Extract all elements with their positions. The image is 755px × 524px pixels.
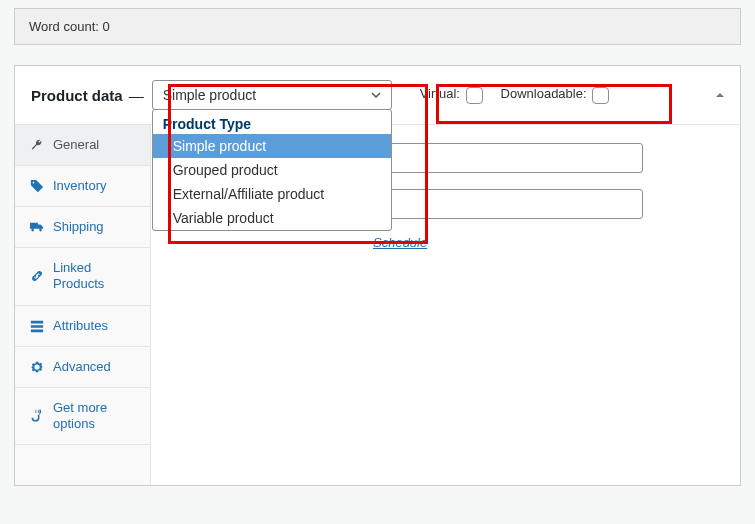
product-type-select[interactable]: Simple product Product Type Simple produ… xyxy=(152,80,392,110)
wrench-icon xyxy=(29,137,45,153)
link-icon xyxy=(29,268,45,284)
tab-label: Get more options xyxy=(53,400,140,433)
option-simple-product[interactable]: Simple product xyxy=(153,134,391,158)
regular-price-input[interactable] xyxy=(373,143,643,173)
list-icon xyxy=(29,318,45,334)
downloadable-group: Downloadable: xyxy=(501,86,610,103)
panel-title: Product data xyxy=(31,87,123,104)
tab-attributes[interactable]: Attributes xyxy=(15,306,150,347)
product-type-selected-value: Simple product xyxy=(163,87,256,103)
product-flags: Virtual: Downloadable: xyxy=(420,86,610,103)
schedule-link[interactable]: Schedule xyxy=(373,235,427,250)
chevron-down-icon xyxy=(370,89,382,101)
plug-icon xyxy=(29,408,45,424)
tab-label: Inventory xyxy=(53,178,106,194)
tab-get-more-options[interactable]: Get more options xyxy=(15,388,150,446)
tag-icon xyxy=(29,178,45,194)
virtual-group: Virtual: xyxy=(420,86,483,103)
tab-linked-products[interactable]: Linked Products xyxy=(15,248,150,306)
panel-collapse-toggle[interactable] xyxy=(714,89,726,101)
truck-icon xyxy=(29,219,45,235)
dropdown-heading: Product Type xyxy=(153,110,391,134)
tab-label: Shipping xyxy=(53,219,104,235)
tab-label: Linked Products xyxy=(53,260,140,293)
tab-shipping[interactable]: Shipping xyxy=(15,207,150,248)
tab-general[interactable]: General xyxy=(15,125,150,166)
tab-inventory[interactable]: Inventory xyxy=(15,166,150,207)
word-count-bar: Word count: 0 xyxy=(14,8,741,45)
panel-header: Product data — Simple product Product Ty… xyxy=(15,66,740,125)
dash-separator: — xyxy=(129,87,144,104)
option-external-affiliate-product[interactable]: External/Affiliate product xyxy=(153,182,391,206)
option-variable-product[interactable]: Variable product xyxy=(153,206,391,230)
virtual-label: Virtual: xyxy=(420,86,460,101)
product-data-panel: Product data — Simple product Product Ty… xyxy=(14,65,741,486)
downloadable-checkbox[interactable] xyxy=(592,87,609,104)
sale-price-input[interactable] xyxy=(373,189,643,219)
virtual-checkbox[interactable] xyxy=(466,87,483,104)
word-count-label: Word count: 0 xyxy=(29,19,110,34)
tab-advanced[interactable]: Advanced xyxy=(15,347,150,388)
tab-label: Attributes xyxy=(53,318,108,334)
product-type-dropdown: Product Type Simple product Grouped prod… xyxy=(152,109,392,231)
option-grouped-product[interactable]: Grouped product xyxy=(153,158,391,182)
gear-icon xyxy=(29,359,45,375)
tab-label: General xyxy=(53,137,99,153)
tab-label: Advanced xyxy=(53,359,111,375)
downloadable-label: Downloadable: xyxy=(501,86,587,101)
product-data-tabs: General Inventory Shipping Linked Produc… xyxy=(15,125,151,485)
product-type-select-display[interactable]: Simple product xyxy=(152,80,392,110)
